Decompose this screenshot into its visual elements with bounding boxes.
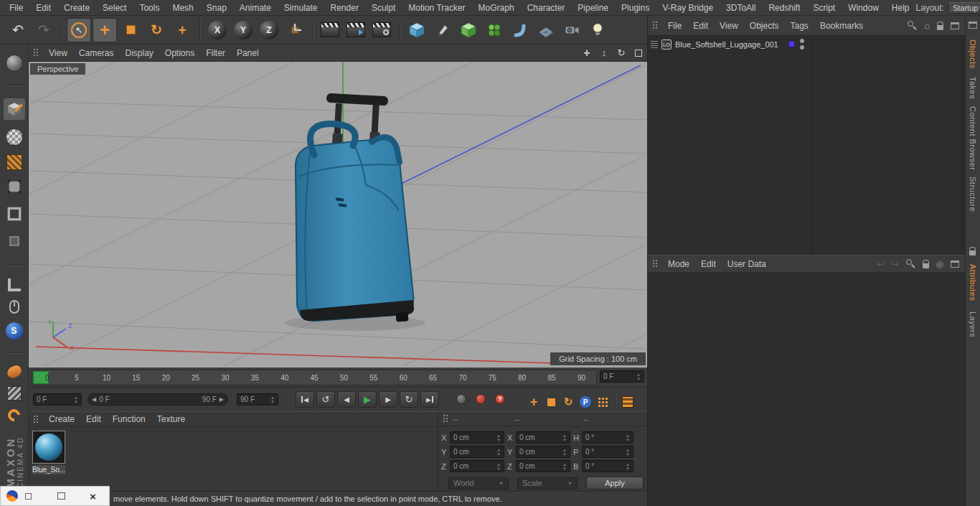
next-key-button[interactable]: ↻ — [400, 391, 418, 408]
axis-y-lock[interactable]: Y — [231, 18, 255, 42]
om-panel-icon[interactable] — [951, 22, 959, 29]
menu-mesh[interactable]: Mesh — [166, 0, 199, 16]
search-icon[interactable] — [906, 259, 915, 268]
maximize-icon[interactable] — [57, 492, 65, 500]
spinner-down-icon[interactable]: ▼ — [626, 467, 630, 471]
workplane-mode-button[interactable] — [6, 154, 22, 170]
goto-start-button[interactable]: ◀ — [296, 391, 314, 408]
spinner-down-icon[interactable]: ▼ — [626, 438, 630, 442]
mouse-input-button[interactable] — [9, 300, 19, 314]
om-menu-file[interactable]: File — [662, 19, 687, 33]
magnet-tool-button[interactable] — [7, 386, 22, 400]
prev-key-button[interactable]: ↺ — [316, 391, 335, 408]
spinner-down-icon[interactable]: ▼ — [74, 400, 78, 404]
material-item[interactable]: Blue_So... — [32, 431, 68, 474]
pos-x-field[interactable]: 0 cm▲▼ — [450, 431, 504, 444]
subdivision-surface-button[interactable] — [456, 18, 481, 42]
menu-select[interactable]: Select — [96, 0, 133, 16]
render-to-picture-button[interactable] — [344, 18, 368, 42]
om-menu-bookmarks[interactable]: Bookmarks — [814, 19, 869, 33]
spinner-down-icon[interactable]: ▼ — [562, 438, 567, 442]
panel-handle[interactable] — [33, 48, 39, 57]
record-button[interactable] — [456, 394, 466, 404]
menu-tools[interactable]: Tools — [133, 0, 166, 16]
rot-p-field[interactable]: 0 °▲▼ — [582, 446, 633, 458]
om-menu-objects[interactable]: Objects — [744, 19, 785, 33]
goto-end-button[interactable]: ▶ — [420, 391, 439, 408]
viewport-menu-filter[interactable]: Filter — [200, 46, 231, 60]
polygons-mode-button[interactable] — [6, 233, 22, 252]
key-parameter-button[interactable]: P — [577, 394, 594, 410]
strip-panel-icon[interactable] — [969, 22, 977, 29]
size-y-field[interactable]: 0 cm▲▼ — [516, 446, 570, 458]
material-menu-function[interactable]: Function — [107, 412, 151, 426]
row-handle-icon[interactable] — [651, 41, 658, 48]
panel-handle[interactable] — [652, 259, 659, 268]
mini-window[interactable]: × — [0, 486, 110, 506]
material-menu-edit[interactable]: Edit — [80, 412, 107, 426]
menu-3dtoall[interactable]: 3DToAll — [720, 0, 762, 16]
material-menu-texture[interactable]: Texture — [151, 412, 191, 426]
menu-animate[interactable]: Animate — [233, 0, 278, 16]
menu-window[interactable]: Window — [842, 0, 885, 16]
lock-icon[interactable] — [937, 25, 943, 30]
object-name[interactable]: Blue_Softshell_Luggage_001 — [675, 40, 778, 49]
enable-axis-button[interactable] — [8, 278, 21, 291]
coordinate-system-dropdown[interactable]: World▼ — [448, 477, 509, 489]
range-end-handle[interactable]: ▶ — [220, 396, 224, 403]
range-start-handle[interactable]: ◀ — [92, 396, 96, 403]
camera-button[interactable] — [560, 18, 584, 42]
end-frame-field[interactable]: 90 F ▲▼ — [237, 393, 278, 406]
am-menu-userdata[interactable]: User Data — [722, 257, 772, 271]
keying-options-button[interactable] — [619, 394, 636, 410]
panel-handle[interactable] — [652, 21, 659, 30]
viewport-pan-button[interactable]: + — [578, 45, 595, 61]
menu-sculpt[interactable]: Sculpt — [365, 0, 402, 16]
spinner-down-icon[interactable]: ▼ — [496, 438, 501, 442]
close-icon[interactable]: × — [90, 491, 96, 502]
viewport-menu-cameras[interactable]: Cameras — [73, 46, 120, 60]
texture-mode-button[interactable] — [6, 128, 23, 146]
play-button[interactable]: ▶ — [358, 391, 377, 408]
firefox-icon[interactable] — [6, 490, 18, 502]
hook-tool-button[interactable] — [6, 407, 23, 424]
key-pla-button[interactable] — [594, 394, 611, 410]
deformer-button[interactable] — [508, 18, 532, 42]
start-frame-field[interactable]: 0 F ▲▼ — [33, 393, 82, 406]
coordinate-system-button[interactable] — [283, 18, 307, 42]
viewport-canvas[interactable]: Perspective Y Z X Grid Spacing : 100 cm — [29, 62, 647, 367]
lock-icon[interactable] — [969, 250, 976, 256]
editor-visibility-dot[interactable] — [800, 39, 804, 43]
navigation-globe-icon[interactable] — [6, 55, 23, 72]
spinner-down-icon[interactable]: ▼ — [626, 452, 630, 456]
autokey-button[interactable] — [476, 394, 486, 404]
menu-redshift[interactable]: Redshift — [762, 0, 806, 16]
panel-handle[interactable] — [443, 414, 449, 423]
render-view-button[interactable] — [318, 18, 342, 42]
points-mode-button[interactable] — [6, 179, 22, 197]
rot-h-field[interactable]: 0 °▲▼ — [582, 431, 633, 444]
history-back-icon[interactable]: ↩ — [877, 259, 884, 269]
light-button[interactable] — [585, 18, 610, 42]
pos-z-field[interactable]: 0 cm▲▼ — [450, 460, 504, 472]
spline-pen-button[interactable] — [430, 18, 455, 42]
size-z-field[interactable]: 0 cm▲▼ — [516, 460, 570, 472]
size-x-field[interactable]: 0 cm▲▼ — [516, 431, 570, 444]
tab-attributes[interactable]: Attributes — [969, 264, 977, 301]
viewport-zoom-button[interactable]: ↕ — [595, 45, 613, 61]
lock-icon[interactable] — [923, 263, 929, 268]
viewport-menu-display[interactable]: Display — [119, 46, 159, 60]
panel-handle[interactable] — [33, 415, 39, 424]
layout-dropdown[interactable]: Startup ▼ — [948, 2, 980, 14]
undo-button[interactable]: ↶ — [6, 18, 30, 42]
spinner-down-icon[interactable]: ▼ — [636, 377, 641, 381]
object-tree[interactable]: LO Blue_Softshell_Luggage_001 — [648, 36, 966, 255]
camera-label[interactable]: Perspective — [30, 63, 85, 75]
menu-vray-bridge[interactable]: V-Ray Bridge — [656, 0, 720, 16]
am-panel-icon[interactable] — [951, 261, 959, 268]
live-selection-tool[interactable]: ↖ — [67, 18, 91, 42]
tab-layers[interactable]: Layers — [969, 311, 977, 337]
spinner-down-icon[interactable]: ▼ — [496, 467, 501, 471]
restore-icon[interactable] — [25, 493, 32, 500]
edges-mode-button[interactable] — [6, 206, 22, 225]
